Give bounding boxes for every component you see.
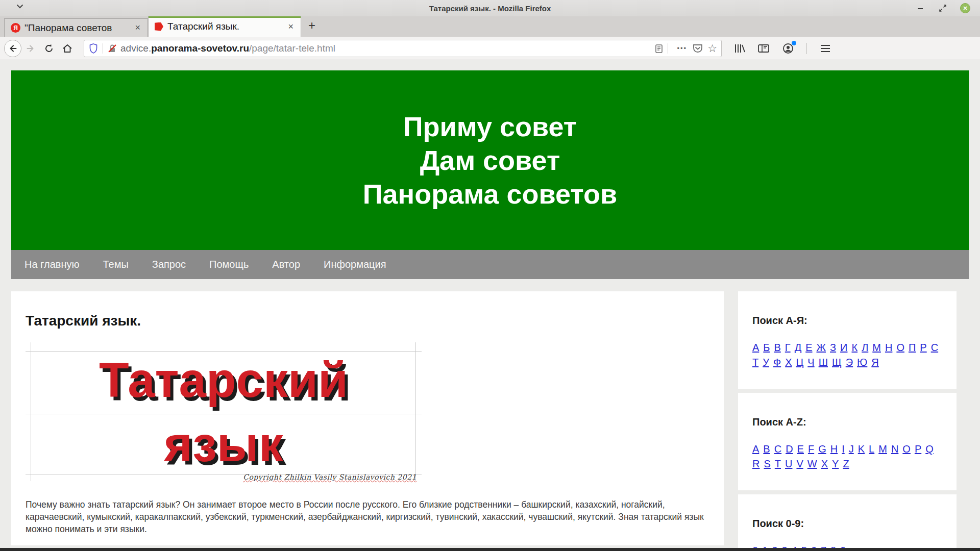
letter-link[interactable]: Q [925,443,934,455]
nav-menu-item[interactable]: Автор [272,259,300,270]
back-button[interactable] [4,40,21,57]
letter-link[interactable]: Д [795,342,802,354]
letter-link[interactable]: R [752,458,760,470]
account-icon[interactable] [782,42,794,55]
letter-link[interactable]: O [902,443,911,455]
insecure-lock-icon[interactable] [107,43,117,54]
window-title: Татарский язык. - Mozilla Firefox [0,4,980,13]
letter-link[interactable]: D [786,443,793,455]
letter-link[interactable]: T [775,458,781,470]
new-tab-button[interactable]: + [308,18,315,33]
letter-link[interactable]: Г [785,342,791,354]
minimize-button[interactable] [915,3,926,14]
forward-button[interactable] [21,39,40,58]
letter-link[interactable]: П [909,342,916,354]
letter-link[interactable]: Z [843,458,849,470]
letter-link[interactable]: J [849,443,854,455]
letter-link[interactable]: Х [785,357,792,368]
letter-link[interactable]: Т [752,357,758,368]
site-banner: Приму совет Дам совет Панорама советов [11,70,969,250]
letter-link[interactable]: Ю [857,357,867,368]
letter-link[interactable]: Я [871,357,878,368]
letter-link[interactable]: С [931,342,938,354]
letter-link[interactable]: Ж [817,342,826,354]
tab-close-icon[interactable]: × [286,21,296,32]
home-button[interactable] [58,39,77,58]
letter-link[interactable]: Ц [796,357,804,368]
nav-menu-item[interactable]: Темы [103,259,128,270]
image-text-line2: язык [26,414,422,475]
letter-link[interactable]: Ф [773,357,781,368]
bookmark-star-icon[interactable]: ☆ [707,42,717,55]
letter-link[interactable]: Б [763,342,770,354]
letter-link[interactable]: Ч [807,357,814,368]
nav-menu-item[interactable]: На главную [24,259,79,270]
letter-link[interactable]: З [830,342,836,354]
letter-link[interactable]: В [774,342,780,354]
reader-mode-icon[interactable] [654,43,664,54]
maximize-button[interactable] [937,3,948,14]
page-actions-icon[interactable]: ••• [677,44,688,52]
letter-link[interactable]: V [796,458,803,470]
letter-link[interactable]: M [878,443,887,455]
letter-link[interactable]: Щ [832,357,842,368]
nav-menu-item[interactable]: Запрос [152,259,186,270]
url-bar[interactable]: advice.panorama-sovetov.ru/page/tatar-te… [84,40,722,57]
letter-link[interactable]: W [807,458,817,470]
tab-bar: Я "Панорама советов × Татарский язык. × … [0,16,980,37]
sidebar: Поиск А-Я: АБВГДЕЖЗИКЛМНОПРСТУФХЦЧШЩЭЮЯ … [738,291,957,551]
letter-link[interactable]: М [872,342,881,354]
letter-link[interactable]: U [785,458,792,470]
letter-link[interactable]: A [752,443,759,455]
nav-menu-item[interactable]: Информация [324,259,386,270]
letter-link[interactable]: Л [862,342,868,354]
letter-link[interactable]: У [763,357,769,368]
letter-link[interactable]: Э [846,357,853,368]
letter-link[interactable]: Y [832,458,839,470]
reload-button[interactable] [40,39,58,58]
letter-link[interactable]: K [858,443,865,455]
tab-tatar-language[interactable]: Татарский язык. × [148,16,301,37]
letter-link[interactable]: H [830,443,838,455]
bottom-panel-edge [0,548,980,551]
letter-links: ABCDEFGHIJKLMNOPQRSTUVWXYZ [752,443,942,470]
chevron-down-icon[interactable] [15,3,24,10]
account-notification-dot [792,41,796,45]
letter-link[interactable]: N [891,443,898,455]
letter-link[interactable]: И [840,342,847,354]
nav-menu-item[interactable]: Помощь [209,259,249,270]
article: Татарский язык. Татарский язык Copyright… [11,291,724,545]
window-titlebar: Татарский язык. - Mozilla Firefox ✕ [0,0,980,16]
pocket-icon[interactable] [692,43,703,54]
label-fade [115,22,129,34]
letter-link[interactable]: Р [920,342,926,354]
close-button[interactable]: ✕ [960,3,971,14]
letter-link[interactable]: X [821,458,828,470]
letter-link[interactable]: P [915,443,921,455]
search-block-title: Поиск 0-9: [752,518,942,530]
search-block-cyrillic: Поиск А-Я: АБВГДЕЖЗИКЛМНОПРСТУФХЦЧШЩЭЮЯ [738,291,957,389]
tab-close-icon[interactable]: × [133,22,142,33]
letter-link[interactable]: I [842,443,845,455]
letter-link[interactable]: C [774,443,781,455]
letter-link[interactable]: К [851,342,857,354]
letter-link[interactable]: E [797,443,804,455]
letter-link[interactable]: F [808,443,814,455]
letter-link[interactable]: Н [885,342,892,354]
yandex-favicon-icon: Я [11,23,20,33]
letter-link[interactable]: Е [805,342,812,354]
letter-link[interactable]: А [752,342,759,354]
close-icon: ✕ [960,3,970,13]
article-paragraph: Почему важно знать татарский язык? Он за… [26,498,709,535]
letter-link[interactable]: S [764,458,770,470]
letter-link[interactable]: О [896,342,904,354]
letter-link[interactable]: G [818,443,826,455]
tab-panorama-sovetov[interactable]: Я "Панорама советов × [4,18,148,37]
letter-link[interactable]: Ш [819,357,828,368]
tracking-protection-shield-icon[interactable] [88,43,99,54]
sidebar-toggle-icon[interactable] [757,43,770,54]
library-icon[interactable] [733,43,745,54]
menu-hamburger-icon[interactable] [819,43,831,54]
letter-link[interactable]: B [763,443,770,455]
letter-link[interactable]: L [869,443,874,455]
